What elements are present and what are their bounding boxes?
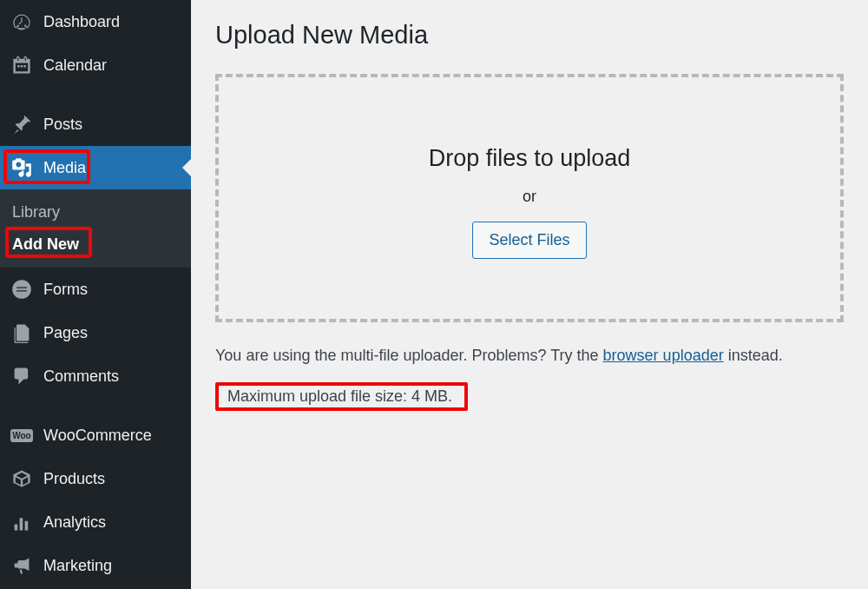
calendar-icon xyxy=(10,54,33,76)
dashboard-icon xyxy=(10,10,33,33)
dropzone-title: Drop files to upload xyxy=(429,145,631,172)
sidebar-item-analytics[interactable]: Analytics xyxy=(0,500,191,544)
menu-separator xyxy=(0,87,191,103)
analytics-icon xyxy=(10,511,33,533)
sidebar-item-comments[interactable]: Comments xyxy=(0,354,191,398)
menu-separator xyxy=(0,398,191,414)
max-upload-text: Maximum upload file size: 4 MB. xyxy=(220,384,459,408)
select-files-button[interactable]: Select Files xyxy=(472,222,586,259)
info-prefix: You are using the multi-file uploader. P… xyxy=(215,347,603,364)
sidebar-item-label: Media xyxy=(43,159,86,177)
products-icon xyxy=(10,467,33,490)
sidebar-item-posts[interactable]: Posts xyxy=(0,103,191,146)
sidebar-item-label: Forms xyxy=(43,281,88,299)
sidebar-item-products[interactable]: Products xyxy=(0,457,191,500)
dropzone-or: or xyxy=(523,188,536,206)
uploader-info: You are using the multi-file uploader. P… xyxy=(215,347,844,365)
sidebar-item-label: Posts xyxy=(43,116,82,134)
media-icon xyxy=(10,156,33,179)
main-content: Upload New Media Drop files to upload or… xyxy=(191,0,868,589)
highlight-max-upload: Maximum upload file size: 4 MB. xyxy=(215,382,468,411)
sidebar-item-label: WooCommerce xyxy=(43,427,152,445)
sidebar-item-pages[interactable]: Pages xyxy=(0,311,191,354)
pages-icon xyxy=(10,321,33,344)
media-submenu: Library Add New xyxy=(0,189,191,268)
sidebar-item-calendar[interactable]: Calendar xyxy=(0,43,191,87)
pin-icon xyxy=(10,113,33,136)
page-title: Upload New Media xyxy=(215,21,844,50)
sidebar-item-label: Comments xyxy=(43,367,119,386)
comments-icon xyxy=(10,365,33,387)
admin-sidebar: Dashboard Calendar Posts Media Library A… xyxy=(0,0,191,589)
sidebar-item-label: Dashboard xyxy=(43,13,120,31)
upload-dropzone[interactable]: Drop files to upload or Select Files xyxy=(215,74,844,322)
sidebar-item-forms[interactable]: Forms xyxy=(0,268,191,311)
sidebar-item-label: Marketing xyxy=(43,557,112,575)
submenu-item-library[interactable]: Library xyxy=(0,196,191,228)
sidebar-item-label: Products xyxy=(43,470,105,488)
sidebar-item-label: Pages xyxy=(43,324,88,342)
info-suffix: instead. xyxy=(724,347,783,364)
submenu-item-addnew[interactable]: Add New xyxy=(9,232,182,257)
sidebar-item-woocommerce[interactable]: Woo WooCommerce xyxy=(0,414,191,457)
sidebar-item-label: Analytics xyxy=(43,513,106,532)
browser-uploader-link[interactable]: browser uploader xyxy=(603,347,724,364)
sidebar-item-media[interactable]: Media xyxy=(0,146,191,189)
woocommerce-icon: Woo xyxy=(10,424,33,447)
sidebar-item-label: Calendar xyxy=(43,56,107,75)
forms-icon xyxy=(10,278,33,301)
megaphone-icon xyxy=(10,554,33,577)
sidebar-item-dashboard[interactable]: Dashboard xyxy=(0,0,191,43)
sidebar-item-marketing[interactable]: Marketing xyxy=(0,544,191,587)
